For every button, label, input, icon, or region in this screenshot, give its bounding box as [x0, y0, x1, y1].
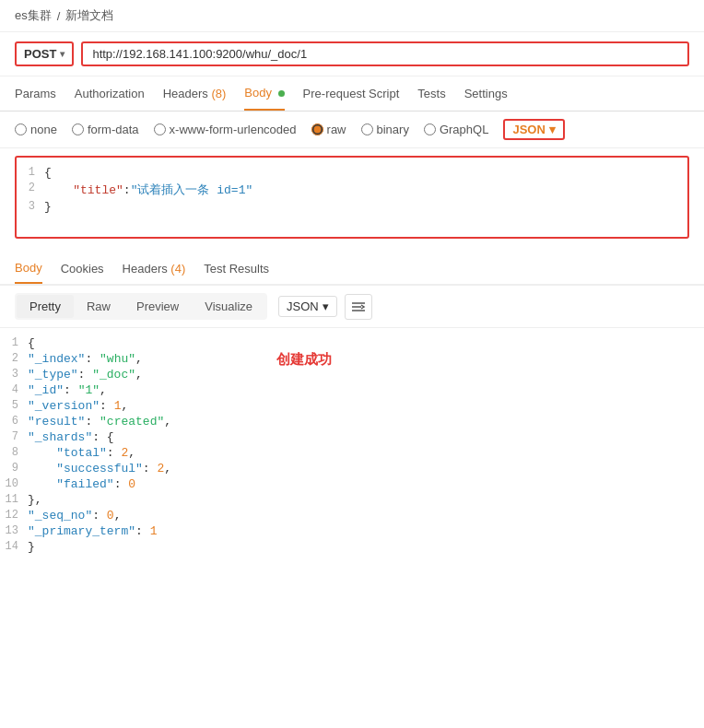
request-tabs-nav: Params Authorization Headers (8) Body Pr…: [0, 76, 704, 112]
resp-line-10: 10 "failed": 0: [0, 476, 704, 492]
json-format-selector[interactable]: JSON ▾: [503, 119, 564, 140]
resp-line-4: 4 "_id": "1",: [0, 382, 704, 398]
response-tab-cookies[interactable]: Cookies: [61, 254, 104, 283]
request-code-editor[interactable]: 1 { 2 "title":"试着插入一条 id=1" 3 }: [15, 156, 689, 239]
response-code-area: 1 { 2 "_index": "whu", 创建成功 3 "_type": "…: [0, 328, 704, 562]
response-tab-headers[interactable]: Headers (4): [123, 254, 186, 283]
response-tab-test-results[interactable]: Test Results: [204, 254, 269, 283]
url-input[interactable]: [92, 47, 678, 61]
resp-line-3: 3 "_type": "_doc",: [0, 367, 704, 382]
response-format-label: JSON: [287, 299, 319, 313]
view-visualize-button[interactable]: Visualize: [192, 295, 265, 318]
resp-line-8: 8 "total": 2,: [0, 445, 704, 461]
resp-line-14: 14 }: [0, 539, 704, 555]
response-format-selector[interactable]: JSON ▾: [278, 296, 337, 317]
resp-line-2: 2 "_index": "whu", 创建成功: [0, 351, 704, 367]
radio-binary[interactable]: binary: [361, 123, 409, 136]
radio-raw[interactable]: raw: [311, 123, 346, 136]
tab-headers[interactable]: Headers (8): [163, 77, 227, 110]
radio-graphql[interactable]: GraphQL: [424, 123, 488, 136]
tab-body[interactable]: Body: [244, 76, 284, 111]
resp-line-7: 7 "_shards": {: [0, 429, 704, 445]
code-line-3: 3 }: [17, 199, 687, 215]
resp-line-5: 5 "_version": 1,: [0, 398, 704, 414]
tab-tests[interactable]: Tests: [417, 77, 445, 110]
tab-pre-request-script[interactable]: Pre-request Script: [303, 77, 400, 110]
method-chevron-icon: ▾: [60, 49, 65, 59]
wrap-icon[interactable]: [345, 294, 372, 320]
response-tabs-nav: Body Cookies Headers (4) Test Results: [0, 253, 704, 286]
radio-urlencoded[interactable]: x-www-form-urlencoded: [154, 123, 297, 136]
resp-line-1: 1 {: [0, 335, 704, 351]
code-line-2: 2 "title":"试着插入一条 id=1": [17, 181, 687, 199]
resp-line-11: 11 },: [0, 492, 704, 508]
radio-form-data[interactable]: form-data: [72, 123, 139, 136]
url-bar-section: POST ▾: [0, 32, 704, 76]
breadcrumb-item-es[interactable]: es集群: [15, 7, 52, 24]
response-format-chevron-icon: ▾: [323, 299, 329, 313]
body-dot: [278, 90, 285, 97]
headers-badge: (8): [211, 87, 226, 100]
resp-line-9: 9 "successful": 2,: [0, 461, 704, 476]
view-pretty-button[interactable]: Pretty: [17, 295, 74, 318]
resp-line-13: 13 "_primary_term": 1: [0, 523, 704, 539]
view-raw-button[interactable]: Raw: [74, 295, 123, 318]
response-toolbar: Pretty Raw Preview Visualize JSON ▾: [0, 286, 704, 328]
resp-line-6: 6 "result": "created",: [0, 414, 704, 429]
breadcrumb-separator: /: [57, 9, 61, 23]
json-format-label: JSON: [512, 123, 545, 136]
view-preview-button[interactable]: Preview: [123, 295, 192, 318]
radio-none[interactable]: none: [15, 123, 57, 136]
resp-line-12: 12 "_seq_no": 0,: [0, 508, 704, 523]
method-dropdown[interactable]: POST ▾: [15, 41, 74, 66]
response-section: Body Cookies Headers (4) Test Results Pr…: [0, 253, 704, 562]
response-tab-body[interactable]: Body: [15, 253, 42, 284]
json-format-chevron-icon: ▾: [549, 123, 556, 136]
view-btn-group: Pretty Raw Preview Visualize: [15, 293, 267, 320]
response-headers-badge: (4): [170, 262, 185, 276]
tab-params[interactable]: Params: [15, 77, 56, 110]
tab-settings[interactable]: Settings: [464, 77, 508, 110]
url-input-wrapper: [81, 41, 689, 66]
success-label: 创建成功: [276, 351, 332, 369]
breadcrumb: es集群 / 新增文档: [0, 0, 704, 32]
code-line-1: 1 {: [17, 165, 687, 181]
method-label: POST: [24, 47, 56, 61]
body-type-row: none form-data x-www-form-urlencoded raw…: [0, 112, 704, 148]
breadcrumb-item-doc[interactable]: 新增文档: [65, 7, 113, 24]
tab-authorization[interactable]: Authorization: [75, 77, 145, 110]
